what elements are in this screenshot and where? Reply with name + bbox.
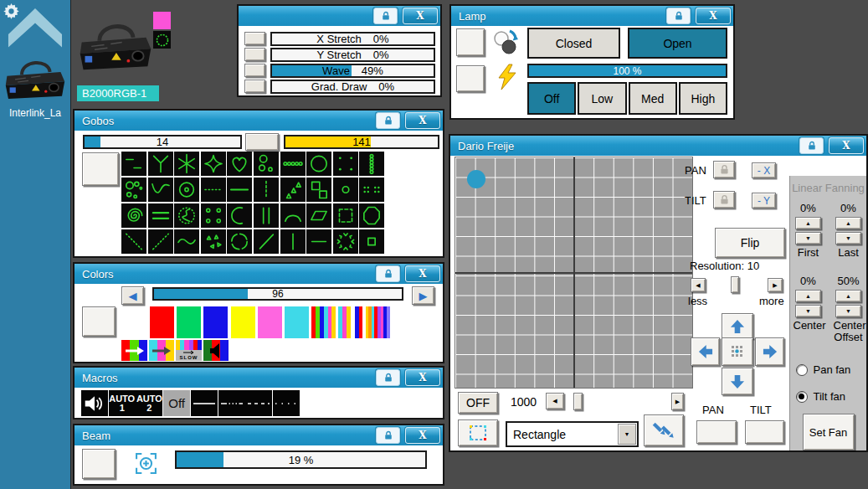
shutter-open-button[interactable]: Open — [628, 28, 727, 59]
invert-x-button[interactable]: - X — [752, 162, 776, 178]
gobo-circle-dot[interactable] — [174, 178, 199, 202]
gobo-s-dotted-circle[interactable] — [174, 203, 199, 228]
gobo-equals[interactable] — [148, 203, 173, 228]
gobo-big-circle[interactable] — [306, 152, 331, 176]
color-scroll-fast[interactable] — [121, 340, 147, 361]
fixture-thumbnail[interactable] — [2, 52, 69, 104]
color-white-button[interactable] — [82, 306, 116, 337]
gobo-circle-column[interactable] — [359, 152, 384, 176]
gobo-dot-row[interactable] — [280, 152, 306, 176]
color-swatch-6[interactable] — [285, 306, 309, 338]
grad-draw-slider[interactable]: Grad. Draw0% — [270, 80, 435, 94]
speed-left-button[interactable]: ◀ — [546, 393, 564, 409]
lock-icon[interactable] — [376, 265, 400, 282]
dropdown-arrow-icon[interactable]: ▼ — [618, 424, 636, 445]
fixture-image[interactable] — [75, 13, 156, 85]
gobo-arc[interactable] — [280, 203, 306, 228]
dimmer-slider[interactable]: 100 % — [527, 64, 727, 78]
gobo-small-square[interactable] — [359, 229, 384, 254]
gobo-v-curve[interactable] — [148, 178, 173, 202]
resolution-less-button[interactable]: ◀ — [691, 278, 706, 292]
gobo-parallelogram[interactable] — [306, 203, 331, 228]
shutter-closed-button[interactable]: Closed — [527, 28, 620, 59]
gobo-two-vlines[interactable] — [254, 203, 279, 228]
spin-up-button[interactable]: ▲ — [795, 290, 821, 302]
speed-thumb[interactable] — [573, 393, 583, 410]
lock-icon[interactable] — [376, 369, 400, 386]
color-prev-button[interactable]: ◀ — [121, 286, 144, 305]
strobe-med-button[interactable]: Med — [629, 82, 677, 115]
gobo-dot-grid-pair[interactable] — [359, 178, 384, 202]
color-scroll-medium[interactable] — [149, 340, 175, 361]
close-icon[interactable]: X — [405, 427, 440, 444]
close-icon[interactable]: X — [403, 8, 438, 24]
spin-down-button[interactable]: ▼ — [795, 305, 821, 317]
lock-icon[interactable] — [373, 8, 398, 24]
strobe-low-button[interactable]: Low — [578, 82, 626, 115]
wave-slider[interactable]: Wave49% — [270, 64, 435, 78]
gobo-dotted-hline[interactable] — [201, 178, 226, 202]
color-next-button[interactable]: ▶ — [412, 286, 434, 305]
gobo-four-rings[interactable] — [201, 203, 226, 228]
gobo-vertical-line[interactable] — [280, 229, 306, 254]
center-position-button[interactable] — [722, 337, 753, 366]
macro-line-dashed-button[interactable] — [245, 390, 272, 416]
gobo-dashed-square[interactable] — [333, 203, 358, 228]
position-dot[interactable] — [467, 170, 485, 188]
gobo-dotted-diag-down[interactable] — [121, 229, 146, 254]
stretch-macro-button[interactable] — [244, 32, 265, 45]
gobo-two-squares[interactable] — [306, 178, 331, 202]
spin-up-button[interactable]: ▲ — [835, 217, 861, 229]
gobo-four-point-star[interactable] — [201, 152, 226, 176]
sound-color[interactable] — [203, 340, 229, 361]
gobo-crescent[interactable] — [227, 203, 252, 228]
macro-line-dash-dot-button[interactable] — [218, 390, 245, 416]
color-swatch-4[interactable] — [231, 306, 255, 338]
spin-down-button[interactable]: ▼ — [835, 232, 861, 244]
gobo-two-dashes[interactable] — [121, 152, 146, 176]
fixture-name-tag[interactable]: B2000RGB-1 — [77, 85, 159, 101]
shutter-macro-button[interactable] — [456, 28, 485, 56]
color-swatch-8[interactable] — [338, 306, 362, 338]
stretch-macro-button[interactable] — [244, 64, 265, 77]
movement-off-button[interactable]: OFF — [458, 392, 498, 414]
gobo-radial-chevrons[interactable] — [333, 229, 358, 254]
close-icon[interactable]: X — [696, 8, 731, 24]
lock-icon[interactable] — [666, 8, 691, 24]
color-swatch-1[interactable] — [150, 306, 174, 338]
speed-right-button[interactable]: ▶ — [671, 393, 684, 410]
shape-dropdown[interactable]: Rectangle ▼ — [506, 421, 639, 447]
gobo-horizontal-line[interactable] — [306, 229, 331, 254]
gobo-solid-hline[interactable] — [227, 178, 252, 202]
tilt-value-field[interactable] — [745, 420, 784, 444]
color-swatch-9[interactable] — [366, 306, 390, 338]
macro-line-solid-button[interactable] — [191, 390, 218, 416]
close-icon[interactable]: X — [405, 112, 440, 129]
close-icon[interactable]: X — [405, 369, 440, 386]
close-icon[interactable]: X — [829, 137, 864, 154]
pan-lock-button[interactable] — [713, 161, 735, 178]
gobo-triangle-trio[interactable] — [280, 178, 306, 202]
gobo-open-button[interactable] — [82, 152, 119, 186]
strobe-off-button[interactable]: Off — [527, 82, 576, 115]
invert-y-button[interactable]: - Y — [752, 193, 776, 208]
gobo-corner-dots[interactable] — [333, 152, 358, 176]
gobo-three-circles[interactable] — [254, 152, 279, 176]
spin-up-button[interactable]: ▲ — [795, 217, 821, 229]
radio-tilt-fan[interactable]: Tilt fan — [796, 390, 861, 403]
gobo-dashed-vline[interactable] — [254, 178, 279, 202]
strobe-high-button[interactable]: High — [679, 82, 727, 115]
gobo-tilde[interactable] — [174, 229, 199, 254]
gobo-octagon[interactable] — [359, 203, 384, 228]
flip-button[interactable]: Flip — [715, 228, 785, 258]
beam-focus-slider[interactable]: 19 % — [175, 450, 427, 469]
radio-pan-fan[interactable]: Pan fan — [796, 363, 861, 376]
nudge-down-button[interactable] — [722, 368, 753, 395]
tilt-lock-button[interactable] — [713, 191, 735, 208]
nudge-up-button[interactable] — [722, 313, 753, 339]
close-icon[interactable]: X — [405, 265, 440, 282]
gobo-dotted-diag-up[interactable] — [148, 229, 173, 254]
marquee-select-button[interactable] — [458, 420, 498, 446]
gobo-diag-line[interactable] — [254, 229, 279, 254]
apply-shape-button[interactable] — [644, 414, 684, 446]
